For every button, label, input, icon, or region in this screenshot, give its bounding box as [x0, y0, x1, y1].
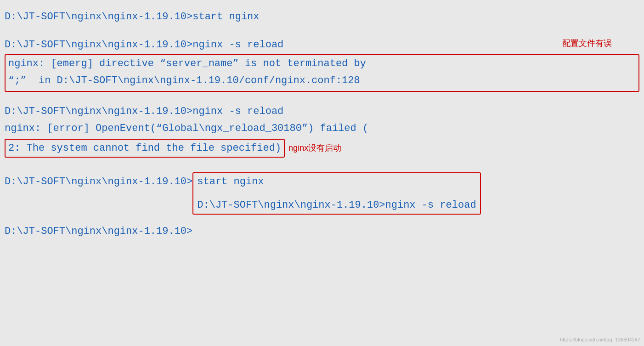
terminal-line-4: D:\JT-SOFT\nginx\nginx-1.19.10>nginx -s …: [5, 104, 639, 119]
terminal-line-7-cmd: nginx -s reload: [385, 199, 476, 211]
terminal-line-5a: nginx: [error] OpenEvent(“Global\ngx_rel…: [5, 121, 639, 136]
terminal-line-7-inner: D:\JT-SOFT\nginx\nginx-1.19.10>nginx -s …: [197, 198, 476, 213]
watermark: https://blog.csdn.net/qq_138804247: [560, 337, 640, 342]
terminal-line-2: D:\JT-SOFT\nginx\nginx-1.19.10>nginx -s …: [5, 37, 639, 52]
terminal-line-3a: nginx: [emerg] directive “server_name” i…: [8, 56, 636, 71]
annotation-nginx-not-started: nginx没有启动: [288, 142, 341, 154]
terminal-line-1: D:\JT-SOFT\nginx\nginx-1.19.10>start ngi…: [5, 9, 639, 24]
terminal-line-6-prefix: D:\JT-SOFT\nginx\nginx-1.19.10>: [5, 174, 192, 189]
error-block-1: nginx: [emerg] directive “server_name” i…: [5, 54, 639, 92]
section3-wrapper: D:\JT-SOFT\nginx\nginx-1.19.10> start ng…: [5, 171, 639, 216]
terminal-line-6-cmd: start nginx: [197, 176, 264, 187]
terminal-line-5b: 2: The system cannot find the file speci…: [8, 142, 281, 154]
annotation-config-error: 配置文件有误: [562, 37, 612, 50]
section2-wrapper: D:\JT-SOFT\nginx\nginx-1.19.10>nginx -s …: [5, 104, 639, 159]
box-section-3: start nginx D:\JT-SOFT\nginx\nginx-1.19.…: [192, 172, 480, 215]
terminal-line-6-prefix2: D:\JT-SOFT\nginx\nginx-1.19.10>: [197, 199, 385, 211]
section1-wrapper: 配置文件有误 D:\JT-SOFT\nginx\nginx-1.19.10>ng…: [5, 37, 639, 92]
error-block-2: 2: The system cannot find the file speci…: [5, 139, 285, 158]
terminal-line-8: D:\JT-SOFT\nginx\nginx-1.19.10>: [5, 224, 639, 239]
terminal-line-3b: “;” in D:\JT-SOFT\nginx\nginx-1.19.10/co…: [8, 73, 636, 88]
